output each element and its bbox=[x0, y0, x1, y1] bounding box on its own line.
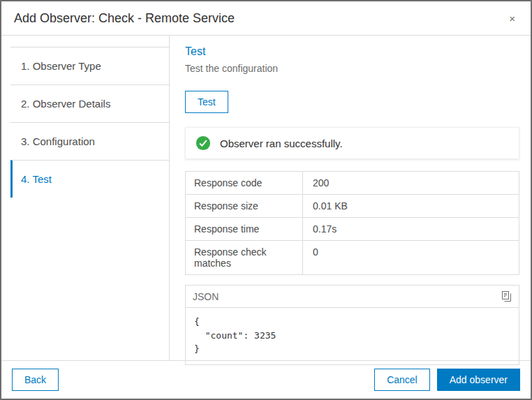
step-observer-details[interactable]: 2. Observer Details bbox=[10, 84, 169, 122]
results-table: Response code 200 Response size 0.01 KB … bbox=[185, 171, 519, 275]
result-label: Response code bbox=[186, 172, 303, 194]
copy-to-clipboard-icon[interactable] bbox=[500, 290, 512, 302]
dialog-footer: Back Cancel Add observer bbox=[1, 360, 531, 399]
table-row: Response check matches 0 bbox=[186, 241, 519, 274]
success-check-icon bbox=[195, 135, 211, 151]
result-label: Response time bbox=[186, 218, 303, 240]
success-message: Observer ran successfully. bbox=[220, 138, 343, 149]
result-value: 200 bbox=[303, 172, 519, 194]
close-icon[interactable]: × bbox=[506, 12, 518, 25]
result-value: 0.17s bbox=[303, 218, 519, 240]
step-observer-type[interactable]: 1. Observer Type bbox=[10, 47, 169, 84]
add-observer-button[interactable]: Add observer bbox=[437, 369, 520, 391]
result-label: Response check matches bbox=[186, 241, 303, 274]
test-button[interactable]: Test bbox=[185, 91, 228, 113]
page-title: Test bbox=[185, 45, 519, 58]
success-alert: Observer ran successfully. bbox=[185, 127, 519, 159]
table-row: Response time 0.17s bbox=[186, 218, 519, 241]
back-button[interactable]: Back bbox=[12, 369, 59, 391]
json-panel-title: JSON bbox=[193, 291, 219, 302]
add-observer-dialog: Add Observer: Check - Remote Service × 1… bbox=[0, 0, 532, 400]
step-test[interactable]: 4. Test bbox=[10, 160, 169, 198]
main-panel: Test Test the configuration Test Observe… bbox=[170, 36, 531, 360]
step-configuration[interactable]: 3. Configuration bbox=[10, 122, 169, 160]
result-value: 0 bbox=[303, 241, 519, 274]
wizard-steps: 1. Observer Type 2. Observer Details 3. … bbox=[1, 36, 170, 360]
json-code-block: { "count": 3235 } bbox=[186, 308, 519, 364]
json-panel-header: JSON bbox=[186, 286, 519, 308]
table-row: Response size 0.01 KB bbox=[186, 195, 519, 218]
dialog-title: Add Observer: Check - Remote Service bbox=[14, 11, 235, 26]
cancel-button[interactable]: Cancel bbox=[374, 369, 430, 391]
json-panel: JSON { "count": 3235 } bbox=[185, 285, 519, 365]
dialog-header: Add Observer: Check - Remote Service × bbox=[1, 1, 531, 36]
footer-actions: Cancel Add observer bbox=[374, 369, 520, 391]
result-label: Response size bbox=[186, 195, 303, 217]
table-row: Response code 200 bbox=[186, 172, 519, 195]
result-value: 0.01 KB bbox=[303, 195, 519, 217]
dialog-body: 1. Observer Type 2. Observer Details 3. … bbox=[1, 36, 531, 360]
page-subtitle: Test the configuration bbox=[185, 63, 519, 74]
